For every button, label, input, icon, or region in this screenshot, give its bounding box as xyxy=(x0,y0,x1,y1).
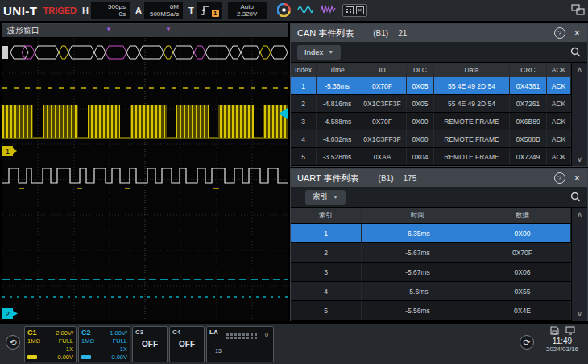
cell: 0X05 xyxy=(407,95,434,112)
uart-table-row[interactable]: 4 -5.6ms 0X55 xyxy=(291,282,571,301)
probe-ratio: 1X xyxy=(51,345,74,353)
screen-layout-icon[interactable] xyxy=(571,4,585,18)
cell: REMOTE FRAME xyxy=(434,148,510,165)
acquire-label: A xyxy=(135,6,142,15)
uart-table-row[interactable]: 5 -5.56ms 0X4E xyxy=(291,301,571,321)
column-header: CRC xyxy=(510,63,547,77)
cell: 0X55 xyxy=(474,282,571,300)
can-table-row[interactable]: 2 -4.816ms 0X1C3FF3F 0X05 55 4E 49 2D 54… xyxy=(291,95,571,113)
trigger-mode-chip[interactable]: Auto 2.320V xyxy=(228,2,267,19)
channel-4-box[interactable]: C4 OFF xyxy=(169,326,205,362)
brand-logo: UNI-T xyxy=(3,4,38,18)
channel-state: OFF xyxy=(170,340,204,349)
awg-wave-icon[interactable] xyxy=(297,4,313,17)
channel-name: C4 xyxy=(172,329,180,336)
search-icon[interactable] xyxy=(570,47,581,57)
scroll-down-icon[interactable]: ∨ xyxy=(577,153,582,166)
scroll-down-icon[interactable]: ∨ xyxy=(577,308,582,321)
display-mode-icons[interactable]: ✕ xyxy=(342,4,367,17)
help-icon[interactable]: ? xyxy=(554,27,565,39)
acquire-settings[interactable]: A 6M 500MSa/s xyxy=(135,2,183,19)
can-event-panel: CAN 事件列表 (B1) 21 ? ✕ Index ▼ Index Time … xyxy=(290,23,588,167)
can-table-row[interactable]: 4 -4.032ms 0X1C3FF3F 0X00 REMOTE FRAME 0… xyxy=(291,130,571,148)
uart-table-row[interactable]: 2 -5.67ms 0X70F xyxy=(291,243,571,263)
scroll-up-icon[interactable]: ∧ xyxy=(577,63,582,76)
c1-position-marker[interactable]: 1 xyxy=(2,146,18,156)
grid-view-icon[interactable] xyxy=(346,6,354,14)
probe-ratio: 1X xyxy=(105,345,128,353)
clock-area: 11:49 2024/03/16 xyxy=(539,325,586,353)
decode-icon[interactable] xyxy=(277,3,291,19)
horizontal-label: H xyxy=(82,6,89,15)
channel-2-box[interactable]: C2 1.00V/ 1MΩ FULL 1X 0.00V xyxy=(78,326,130,362)
cursor-marker-b-icon[interactable]: ▼ xyxy=(165,27,172,33)
channel-color-swatch xyxy=(81,355,91,359)
cell: -5.36ms xyxy=(317,77,358,94)
trigger-mode: Auto xyxy=(240,3,253,10)
cell: 4 xyxy=(291,130,317,147)
logic-analyzer-box[interactable]: LA 0 15 xyxy=(206,326,274,362)
next-page-button[interactable]: ⟳ xyxy=(520,335,534,350)
can-table-row[interactable]: 5 -3.528ms 0XAA 0X04 REMOTE FRAME 0X7249… xyxy=(291,148,571,166)
trigger-settings[interactable]: T 1 xyxy=(188,2,222,19)
can-filter-dropdown[interactable]: Index ▼ xyxy=(297,45,341,60)
cell: -6.35ms xyxy=(362,224,474,242)
can-filter-label: Index xyxy=(304,48,323,56)
channel-name: C2 xyxy=(81,329,105,337)
c2-position-marker[interactable]: 2 xyxy=(2,308,18,319)
can-table-row[interactable]: 3 -4.588ms 0X70F 0X00 REMOTE FRAME 0X6B8… xyxy=(291,113,571,130)
close-icon[interactable]: ✕ xyxy=(574,173,581,184)
channel-name: C3 xyxy=(135,329,143,336)
horizontal-position: 0s xyxy=(119,10,126,18)
cell: ACK xyxy=(547,148,571,165)
bus-start-cap xyxy=(2,46,8,59)
svg-text:2: 2 xyxy=(6,310,10,318)
waveform-window-titlebar[interactable]: 波形窗口 ▼ ▼ xyxy=(2,24,288,38)
column-header: 数据 xyxy=(474,208,571,223)
uart-table-row[interactable]: 3 -5.67ms 0X06 xyxy=(291,263,571,282)
column-header: Index xyxy=(291,63,317,77)
can-panel-header: CAN 事件列表 (B1) 21 ? ✕ xyxy=(291,24,587,42)
waveform-canvas: 1 2 xyxy=(2,38,288,321)
close-icon[interactable]: ✕ xyxy=(574,28,581,39)
uart-filter-dropdown[interactable]: 索引 ▼ xyxy=(305,190,346,205)
channel-3-box[interactable]: C3 OFF xyxy=(132,326,168,362)
prev-page-button[interactable]: ⟲ xyxy=(6,335,20,350)
save-icon[interactable] xyxy=(550,326,559,337)
can-table-row[interactable]: 1 -5.36ms 0X70F 0X05 55 4E 49 2D 54 0X43… xyxy=(291,77,571,95)
horizontal-settings[interactable]: H 500μs 0s xyxy=(82,2,130,19)
can-scrollbar[interactable]: ∧ ∨ xyxy=(571,63,587,166)
help-icon[interactable]: ? xyxy=(554,172,565,184)
uart-table-row[interactable]: 1 -6.35ms 0X00 xyxy=(291,224,571,243)
channel-scale: 1.00V/ xyxy=(105,329,128,337)
cell: ACK xyxy=(547,113,571,130)
cell: 3 xyxy=(291,113,317,130)
can-bus-label: (B1) xyxy=(373,29,388,38)
cell: 0X4381 xyxy=(510,77,547,94)
search-icon[interactable] xyxy=(570,192,581,202)
trigger-status: TRIGED xyxy=(43,6,77,15)
cell: 5 xyxy=(291,148,317,165)
digital-channels-grid xyxy=(226,333,258,339)
channel-1-box[interactable]: C1 2.00V/ 1MΩ FULL 1X 0.00V xyxy=(24,326,77,362)
channel-scale: 2.00V/ xyxy=(51,329,74,337)
channel-bandwidth: FULL xyxy=(51,337,74,345)
clock-date: 2024/03/16 xyxy=(539,345,586,353)
close-view-icon[interactable]: ✕ xyxy=(356,6,364,14)
cell: -4.816ms xyxy=(317,95,358,112)
cursor-marker-a-icon[interactable]: ▼ xyxy=(106,27,112,33)
channel-offset: 0.00V xyxy=(51,354,74,361)
export-icon[interactable] xyxy=(565,326,575,337)
chevron-down-icon: ▼ xyxy=(333,194,338,200)
cell: 0X7261 xyxy=(510,95,547,112)
channel-impedance: 1MΩ xyxy=(27,337,51,345)
digital-channel-last: 15 xyxy=(215,348,222,354)
noise-wave-icon[interactable] xyxy=(320,4,336,17)
trigger-source-badge: 1 xyxy=(212,10,219,17)
uart-panel-title: UART 事件列表 xyxy=(297,172,359,184)
uart-scrollbar[interactable]: ∧ ∨ xyxy=(571,208,587,321)
uart-bus-label: (B1) xyxy=(379,174,394,183)
cell: 0X05 xyxy=(407,77,434,94)
scroll-up-icon[interactable]: ∧ xyxy=(577,208,582,221)
waveform-plot[interactable]: 1 2 xyxy=(2,38,288,321)
